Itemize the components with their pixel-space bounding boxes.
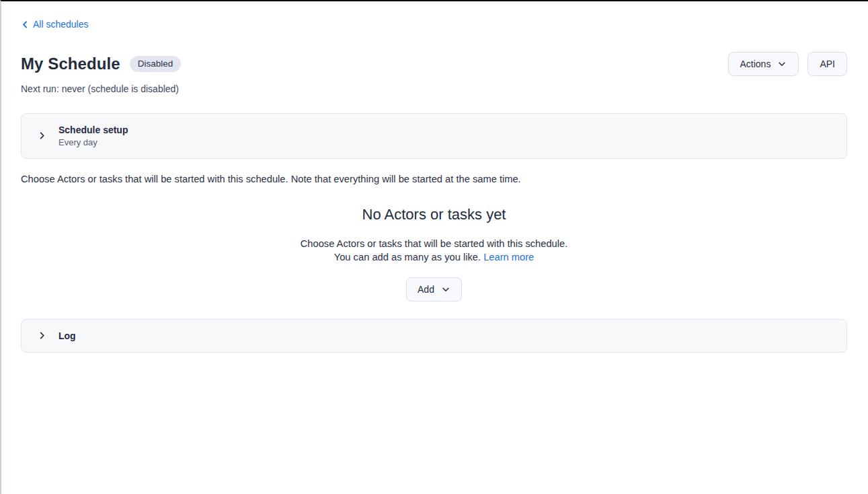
empty-state-line1: Choose Actors or tasks that will be star… <box>21 237 847 250</box>
add-button[interactable]: Add <box>406 277 462 302</box>
panel-text: Schedule setup Every day <box>58 123 128 149</box>
chevron-down-icon <box>441 284 450 294</box>
empty-state: No Actors or tasks yet Choose Actors or … <box>21 205 847 302</box>
add-button-label: Add <box>418 284 434 295</box>
empty-state-title: No Actors or tasks yet <box>21 205 847 225</box>
page-header: My Schedule Disabled Actions API <box>21 52 847 76</box>
schedule-detail-page: { "breadcrumb": { "label": "All schedule… <box>0 0 868 494</box>
schedule-setup-panel[interactable]: Schedule setup Every day <box>21 113 847 159</box>
header-buttons: Actions API <box>728 52 848 76</box>
next-run-text: Next run: never (schedule is disabled) <box>21 83 847 95</box>
breadcrumb[interactable]: All schedules <box>21 19 89 30</box>
chevron-left-icon <box>21 20 30 29</box>
learn-more-link[interactable]: Learn more <box>483 252 534 262</box>
chevron-right-icon <box>37 131 47 141</box>
chevron-down-icon <box>777 59 787 69</box>
title-group: My Schedule Disabled <box>21 53 181 75</box>
schedule-setup-title: Schedule setup <box>58 123 128 137</box>
log-panel[interactable]: Log <box>21 319 847 353</box>
api-button-label: API <box>820 59 835 69</box>
api-button[interactable]: API <box>807 52 847 76</box>
schedule-setup-subtitle: Every day <box>58 137 128 149</box>
page-title: My Schedule <box>21 53 120 75</box>
main-content: All schedules My Schedule Disabled Actio… <box>1 1 868 353</box>
empty-state-text: Choose Actors or tasks that will be star… <box>21 237 847 264</box>
status-badge: Disabled <box>130 56 182 72</box>
log-panel-title: Log <box>58 329 76 343</box>
schedule-description: Choose Actors or tasks that will be star… <box>21 172 847 186</box>
actions-button-label: Actions <box>740 59 771 69</box>
chevron-right-icon <box>37 330 47 341</box>
actions-button[interactable]: Actions <box>728 52 799 76</box>
breadcrumb-label: All schedules <box>33 19 89 30</box>
empty-state-line2: You can add as many as you like. Learn m… <box>21 250 847 264</box>
